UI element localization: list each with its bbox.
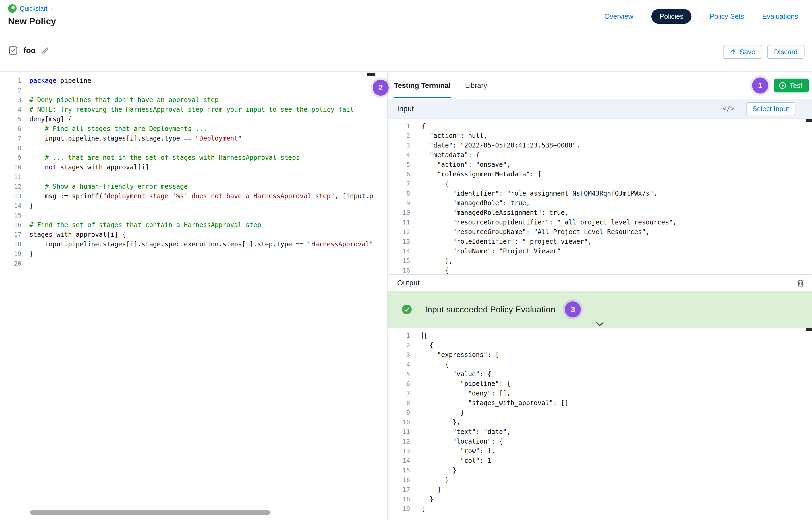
annotation-badge-1: 1 <box>752 77 768 94</box>
code-line: 15 } <box>387 466 812 475</box>
select-input-button[interactable]: Select Input <box>746 102 795 115</box>
input-section-header: Input </> Select Input <box>387 99 812 118</box>
testing-panel: Testing Terminal Library 1 Test Input </… <box>387 72 812 519</box>
tab-testing-terminal[interactable]: Testing Terminal <box>394 72 451 99</box>
code-line: 10 "managedRoleAssignment": true, <box>387 208 812 217</box>
harness-logo-icon <box>8 4 17 13</box>
code-line: 18 } <box>387 494 812 504</box>
input-json-editor[interactable]: 1{2 "action": null,3 "date": "2022-05-05… <box>387 118 812 274</box>
main-split: 2 1package pipeline23# Deny pipelines th… <box>0 72 812 519</box>
output-json-lines[interactable]: 1[2 {3 "expressions": [4 {5 "value": {6 … <box>387 331 812 514</box>
page-header: Quickstart › New Policy Overview Policie… <box>0 0 812 33</box>
code-line: 19} <box>0 249 387 259</box>
code-view-icon[interactable]: </> <box>722 105 734 112</box>
code-line: 19] <box>387 504 812 514</box>
input-title: Input <box>397 104 414 113</box>
code-line: 1{ <box>387 121 812 131</box>
policy-name-text: foo <box>24 46 35 55</box>
code-line: 7 "deny": [], <box>387 389 812 398</box>
discard-button[interactable]: Discard <box>767 45 805 59</box>
policy-code-editor[interactable]: 1package pipeline23# Deny pipelines that… <box>0 72 387 519</box>
breadcrumb-link-quickstart[interactable]: Quickstart <box>20 5 48 12</box>
code-line: 11 "text": "data", <box>387 427 812 437</box>
code-line: 15 }, <box>387 256 812 266</box>
code-line: 11 "resourceGroupIdentifier": "_all_proj… <box>387 217 812 227</box>
tab-library[interactable]: Library <box>465 72 487 99</box>
annotation-badge-2: 2 <box>373 80 389 96</box>
code-line: 10 not stages_with_approval[i] <box>0 162 387 172</box>
code-line: 3 "expressions": [ <box>387 350 812 360</box>
code-line: 13 "roleIdentifier": "_project_viewer", <box>387 237 812 246</box>
code-line: 5deny[msg] { <box>0 114 387 124</box>
input-actions: </> Select Input <box>722 102 795 115</box>
code-line: 5 "action": "onsave", <box>387 160 812 170</box>
code-line: 12 # Show a human-friendly error message <box>0 182 387 191</box>
output-title: Output <box>397 279 420 287</box>
code-line: 10 }, <box>387 417 812 427</box>
code-line: 4# NOTE: Try removing the HarnessApprova… <box>0 105 387 114</box>
nav-item-evaluations[interactable]: Evaluations <box>762 12 798 21</box>
code-line: 15 <box>0 211 387 220</box>
input-json-lines[interactable]: 1{2 "action": null,3 "date": "2022-05-05… <box>387 121 812 274</box>
breadcrumb: Quickstart › <box>8 4 53 13</box>
evaluation-result-banner: Input succeeded Policy Evaluation 3 <box>387 291 812 328</box>
annotation-badge-3: 3 <box>565 302 581 317</box>
code-line: 18 input.pipeline.stages[i].stage.spec.e… <box>0 239 387 249</box>
save-button[interactable]: Save <box>723 45 762 59</box>
code-line: 3# Deny pipelines that don't have an app… <box>0 95 387 105</box>
nav-item-overview[interactable]: Overview <box>604 12 633 21</box>
new-policy-page: { "header": { "breadcrumb": "Quickstart"… <box>0 0 812 520</box>
policy-toolbar: foo Save Discard <box>0 33 812 72</box>
code-line: 14 "roleName": "Project Viewer" <box>387 246 812 256</box>
code-line: 6 "roleAssignmentMetadata": [ <box>387 170 812 179</box>
code-line: 9 # ... that are not in the set of stage… <box>0 153 387 162</box>
input-scroll-marker <box>806 119 812 122</box>
code-line: 7 input.pipeline.stages[i].stage.type ==… <box>0 134 387 143</box>
success-check-icon <box>402 304 412 315</box>
code-line: 6 "pipeline": { <box>387 379 812 389</box>
code-line: 16 { <box>387 266 812 274</box>
code-line: 16 } <box>387 475 812 485</box>
nav-item-policy-sets[interactable]: Policy Sets <box>710 12 744 21</box>
code-line: 12 "location": { <box>387 437 812 446</box>
code-line: 17stages_with_approval[i] { <box>0 230 387 239</box>
chevron-down-icon <box>595 322 604 327</box>
code-line: 13 msg := sprintf("deployment stage '%s'… <box>0 191 387 201</box>
policy-name-group: foo <box>8 46 49 55</box>
code-line: 5 "value": { <box>387 369 812 379</box>
editor-horizontal-scrollbar[interactable] <box>30 511 271 515</box>
save-upload-icon <box>730 48 736 55</box>
page-title: New Policy <box>8 16 56 26</box>
clear-output-button[interactable] <box>796 279 805 287</box>
code-line: 2 <box>0 85 387 95</box>
code-line: 16# Find the set of stages that contain … <box>0 220 387 230</box>
output-json-editor[interactable]: 1[2 {3 "expressions": [4 {5 "value": {6 … <box>387 328 812 519</box>
policy-icon <box>8 46 18 55</box>
code-line: 2 "action": null, <box>387 131 812 140</box>
policy-code-lines[interactable]: 1package pipeline23# Deny pipelines that… <box>0 76 387 268</box>
code-line: 4 { <box>387 360 812 369</box>
testing-tabs-row: Testing Terminal Library 1 Test <box>387 72 812 99</box>
code-line: 3 "date": "2022-05-05T20:41:23.538+0000"… <box>387 140 812 150</box>
code-line: 13 "row": 1, <box>387 446 812 456</box>
code-line: 8 <box>0 143 387 153</box>
trash-icon <box>796 279 805 287</box>
chevron-right-icon: › <box>51 5 53 12</box>
code-line: 2 { <box>387 340 812 350</box>
code-line: 4 "metadata": { <box>387 150 812 160</box>
code-line: 17 ] <box>387 485 812 494</box>
code-line: 8 "stages_with_approval": [] <box>387 398 812 408</box>
code-line: 11 <box>0 172 387 182</box>
toolbar-buttons: Save Discard <box>723 45 805 59</box>
top-nav: Overview Policies Policy Sets Evaluation… <box>604 9 798 24</box>
output-section-header: Output <box>387 274 812 291</box>
test-button[interactable]: Test <box>774 79 809 93</box>
edit-icon[interactable] <box>42 47 49 54</box>
tabs-row-actions: 1 Test <box>752 77 809 94</box>
code-line: 7 { <box>387 179 812 189</box>
code-line: 9 } <box>387 408 812 417</box>
code-line: 1[ <box>387 331 812 340</box>
nav-item-policies[interactable]: Policies <box>651 9 691 24</box>
code-line: 9 "managedRole": true, <box>387 198 812 208</box>
expand-result-button[interactable] <box>595 322 604 327</box>
